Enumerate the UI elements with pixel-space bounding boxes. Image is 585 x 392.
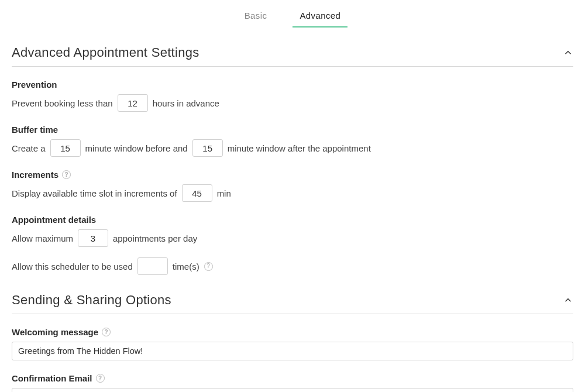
buffer-text-3: minute window after the appointment [228,142,371,154]
welcoming-message-label: Welcoming message [12,327,98,337]
tab-basic[interactable]: Basic [238,7,274,27]
field-appointment-details: Appointment details Allow maximum appoin… [12,215,573,275]
appointment-details-label: Appointment details [12,215,573,225]
buffer-after-input[interactable] [192,139,223,157]
chevron-up-icon[interactable] [563,47,573,58]
max-appointments-input[interactable] [78,229,108,247]
welcoming-message-input[interactable] [12,342,573,360]
scheduler-times-after: time(s) [173,260,199,273]
prevention-text-before: Prevent booking less than [12,97,113,109]
field-increments: Increments ? Display available time slot… [12,170,573,202]
buffer-text-1: Create a [12,142,46,154]
section-advanced-appointment-title: Advanced Appointment Settings [12,45,199,60]
settings-tabs: Basic Advanced [12,0,573,27]
max-appointments-after: appointments per day [113,232,197,245]
tab-advanced[interactable]: Advanced [292,7,347,27]
confirmation-email-select[interactable]: Your upcoming appointment with {{brand.n… [12,388,573,392]
buffer-before-input[interactable] [50,139,81,157]
buffer-time-label: Buffer time [12,125,573,135]
help-icon[interactable]: ? [204,262,213,271]
help-icon[interactable]: ? [102,328,111,336]
chevron-up-icon[interactable] [563,295,573,305]
field-welcoming-message: Welcoming message ? [12,327,573,360]
increments-unit: min [217,187,231,200]
section-advanced-appointment-header[interactable]: Advanced Appointment Settings [12,37,573,67]
confirmation-email-label: Confirmation Email [12,373,92,383]
section-sending-sharing-title: Sending & Sharing Options [12,293,171,308]
scheduler-times-before: Allow this scheduler to be used [12,260,133,273]
field-buffer-time: Buffer time Create a minute window befor… [12,125,573,157]
help-icon[interactable]: ? [96,374,105,383]
prevention-label: Prevention [12,80,573,90]
buffer-text-2: minute window before and [85,142,188,154]
increments-text-before: Display available time slot in increment… [12,187,177,200]
scheduler-times-input[interactable] [137,257,168,275]
field-confirmation-email: Confirmation Email ? Your upcoming appoi… [12,373,573,392]
max-appointments-before: Allow maximum [12,232,73,245]
prevention-hours-input[interactable] [118,94,148,112]
help-icon[interactable]: ? [62,170,71,179]
field-prevention: Prevention Prevent booking less than hou… [12,80,573,112]
section-sending-sharing-header[interactable]: Sending & Sharing Options [12,284,573,314]
prevention-text-after: hours in advance [153,97,219,109]
increments-label: Increments [12,170,58,180]
increments-minutes-input[interactable] [182,184,212,202]
